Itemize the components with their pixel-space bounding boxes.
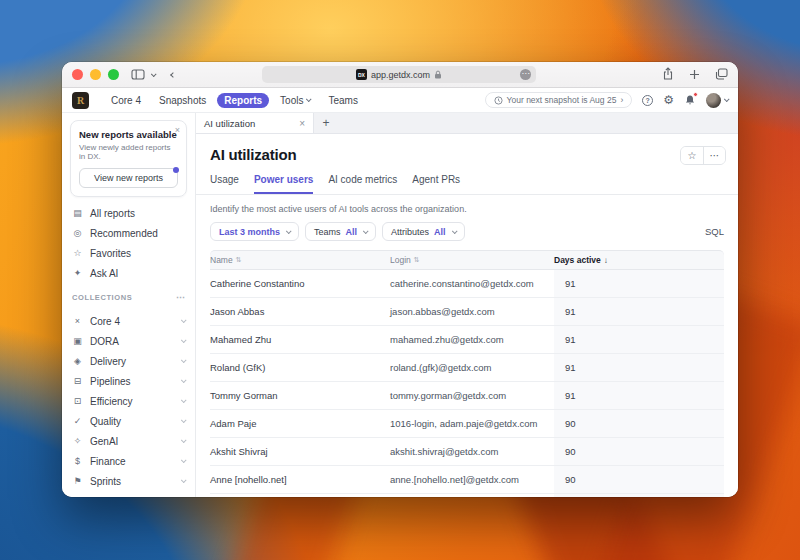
page-settings-icon[interactable]: ⋯ (520, 69, 531, 80)
back-button[interactable] (171, 73, 175, 77)
table-row: Roland (GfK) roland.(gfk)@getdx.com 91 (210, 354, 724, 382)
sql-link[interactable]: SQL (705, 226, 724, 237)
zoom-window-button[interactable] (108, 69, 119, 80)
sidebar-item-icon: ✦ (72, 268, 83, 278)
close-window-button[interactable] (72, 69, 83, 80)
collection-icon: ⚑ (72, 476, 83, 486)
column-header[interactable]: Login ⇅ (390, 251, 554, 269)
cell-days-active: 90 (554, 410, 724, 437)
collection-icon: ⊟ (72, 376, 83, 386)
sidebar-menu: ▤ All reports ◎ Recommended ☆ Favorites (62, 203, 195, 283)
collection-item[interactable]: ▣ DORA (62, 331, 195, 351)
sidebar-item-icon: ◎ (72, 228, 83, 238)
collection-item[interactable]: ⊟ Pipelines (62, 371, 195, 391)
sidebar-item[interactable]: ▤ All reports (62, 203, 195, 223)
view-tab[interactable]: Usage (210, 174, 239, 194)
cell-login: roland.(gfk)@getdx.com (390, 354, 554, 381)
cell-login: jason.abbas@getdx.com (390, 298, 554, 325)
table-row: Curran Madigan curran.madigan@getdx.com … (210, 494, 724, 497)
report-tab[interactable]: AI utilization × (196, 113, 314, 133)
tab-overview-icon[interactable] (715, 66, 728, 84)
filter-dropdown[interactable]: Last 3 months (210, 222, 299, 241)
sidebar-item-icon: ▤ (72, 208, 83, 218)
sidebar-toggle-icon[interactable] (131, 69, 145, 80)
cell-days-active: 91 (554, 298, 724, 325)
site-favicon: DX (356, 69, 367, 80)
collection-item[interactable]: $ Finance (62, 451, 195, 471)
cell-days-active: 91 (554, 354, 724, 381)
cell-name: Roland (GfK) (210, 354, 390, 381)
user-menu[interactable] (706, 93, 728, 108)
collection-item[interactable]: ✓ Quality (62, 411, 195, 431)
filter-dropdown[interactable]: Teams All (305, 222, 376, 241)
column-header[interactable]: Days active ↓ (554, 251, 724, 269)
chevron-down-icon (181, 377, 187, 383)
new-report-tab-button[interactable]: + (314, 113, 338, 133)
collection-icon: ▣ (72, 336, 83, 346)
filter-dropdown[interactable]: Attributes All (382, 222, 465, 241)
nav-item[interactable]: Teams (321, 93, 364, 108)
browser-window: DX app.getdx.com ⋯ R (62, 62, 738, 497)
collection-icon: ✓ (72, 416, 83, 426)
chevron-right-icon: › (620, 95, 623, 105)
cell-login: akshit.shivraj@getdx.com (390, 438, 554, 465)
notifications-bell-icon[interactable] (684, 94, 696, 106)
share-icon[interactable] (662, 66, 674, 84)
view-tab[interactable]: AI code metrics (328, 174, 397, 194)
report-description: Identify the most active users of AI too… (210, 204, 724, 214)
view-new-reports-button[interactable]: View new reports (79, 168, 178, 188)
help-icon[interactable]: ? (642, 95, 653, 106)
collection-icon: ◈ (72, 356, 83, 366)
nav-item[interactable]: Reports (217, 93, 269, 108)
cell-name: Adam Paje (210, 410, 390, 437)
collections-header: COLLECTIONS ⋯ (62, 283, 195, 305)
report-content: AI utilization ☆ ⋯ Usage Pow (196, 134, 738, 497)
nav-item[interactable]: Snapshots (152, 93, 213, 108)
sidebar-item[interactable]: ☆ Favorites (62, 243, 195, 263)
new-tab-icon[interactable] (689, 66, 700, 84)
collection-item[interactable]: ⚑ Sprints (62, 471, 195, 491)
browser-toolbar: DX app.getdx.com ⋯ (62, 62, 738, 88)
chevron-down-icon (306, 96, 312, 102)
cell-login: catherine.constantino@getdx.com (390, 270, 554, 297)
more-options-button[interactable]: ⋯ (703, 147, 725, 164)
dx-logo[interactable]: R (72, 92, 89, 109)
favorite-star-button[interactable]: ☆ (681, 147, 703, 164)
settings-gear-icon[interactable]: ⚙ (663, 94, 674, 106)
sidebar-item[interactable]: ✦ Ask AI (62, 263, 195, 283)
promo-body: View newly added reports in DX. (79, 143, 178, 161)
close-icon[interactable]: × (175, 125, 180, 135)
collection-item[interactable]: ✧ GenAI (62, 431, 195, 451)
chevron-down-icon (181, 477, 187, 483)
collection-icon: × (72, 316, 83, 326)
power-users-table: Name ⇅ Login ⇅ Days active (210, 250, 724, 497)
view-tab[interactable]: Agent PRs (412, 174, 460, 194)
collection-icon: ⊡ (72, 396, 83, 406)
view-tab[interactable]: Power users (254, 174, 313, 194)
collection-item[interactable]: × Core 4 (62, 311, 195, 331)
chevron-down-icon (451, 228, 457, 234)
minimize-window-button[interactable] (90, 69, 101, 80)
collections-list: × Core 4 ▣ DORA ◈ Delivery (62, 311, 195, 497)
table-row: Tommy Gorman tommy.gorman@getdx.com 91 (210, 382, 724, 410)
sidebar: × New reports available View newly added… (62, 113, 196, 497)
collection-item[interactable]: ⊚ Custom reports (62, 491, 195, 497)
address-bar[interactable]: DX app.getdx.com ⋯ (262, 66, 536, 83)
snapshot-banner[interactable]: Your next snapshot is Aug 25 › (485, 92, 633, 108)
chevron-down-icon (181, 337, 187, 343)
collections-more-icon[interactable]: ⋯ (176, 292, 185, 302)
column-header[interactable]: Name ⇅ (210, 251, 390, 269)
nav-item[interactable]: Tools (273, 93, 317, 108)
url-text: app.getdx.com (371, 70, 430, 80)
table-row: Jason Abbas jason.abbas@getdx.com 91 (210, 298, 724, 326)
chevron-down-icon[interactable] (151, 73, 155, 77)
collection-item[interactable]: ⊡ Efficiency (62, 391, 195, 411)
sidebar-item[interactable]: ◎ Recommended (62, 223, 195, 243)
chevron-down-icon (181, 417, 187, 423)
nav-item[interactable]: Core 4 (104, 93, 148, 108)
collection-item[interactable]: ◈ Delivery (62, 351, 195, 371)
filters: Last 3 months Teams All (210, 222, 465, 241)
cell-days-active: 90 (554, 438, 724, 465)
close-tab-icon[interactable]: × (299, 118, 305, 129)
cell-days-active: 90 (554, 466, 724, 493)
